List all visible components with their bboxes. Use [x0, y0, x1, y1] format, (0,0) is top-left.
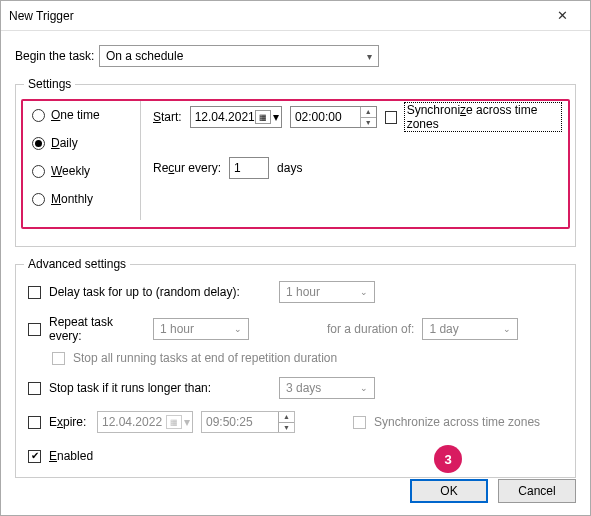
ok-button[interactable]: OK [410, 479, 488, 503]
enabled-checkbox[interactable]: ✔ [28, 450, 41, 463]
chevron-up-icon: ▲ [361, 107, 376, 118]
expire-sync-label: Synchronize across time zones [374, 415, 540, 429]
radio-one-time[interactable]: One time [32, 108, 134, 122]
new-trigger-dialog: New Trigger ✕ Begin the task: On a sched… [0, 0, 591, 516]
expire-date-value: 12.04.2022 [102, 415, 162, 429]
delay-value: 1 hour [286, 285, 320, 299]
stop-longer-select[interactable]: 3 days ⌄ [279, 377, 375, 399]
schedule-type-radios: One time Daily Weekly Monthly [26, 101, 134, 220]
sync-timezones-label: Synchronize across time zones [405, 103, 561, 131]
expire-date-input: 12.04.2022 ▦ ▾ [97, 411, 193, 433]
repeat-value: 1 hour [160, 322, 194, 336]
chevron-down-icon: ⌄ [360, 383, 368, 393]
window-title: New Trigger [9, 9, 74, 23]
start-date-input[interactable]: 12.04.2021 ▦ ▾ [190, 106, 282, 128]
chevron-down-icon: ▾ [182, 415, 192, 429]
expire-label: Expire: [49, 415, 89, 429]
expire-sync-checkbox [353, 416, 366, 429]
settings-legend: Settings [24, 77, 75, 91]
expire-checkbox[interactable] [28, 416, 41, 429]
enabled-label: Enabled [49, 449, 93, 463]
chevron-down-icon: ▼ [279, 423, 294, 433]
expire-time-input: 09:50:25 ▲ ▼ [201, 411, 295, 433]
start-time-value: 02:00:00 [295, 110, 342, 124]
chevron-down-icon: ⌄ [360, 287, 368, 297]
begin-task-value: On a schedule [106, 49, 183, 63]
expire-time-value: 09:50:25 [206, 415, 253, 429]
recur-every-label: Recur every: [153, 161, 221, 175]
cancel-button[interactable]: Cancel [498, 479, 576, 503]
calendar-icon: ▦ [166, 415, 182, 429]
stop-longer-label: Stop task if it runs longer than: [49, 381, 271, 395]
chevron-down-icon: ⌄ [234, 324, 242, 334]
duration-value: 1 day [429, 322, 458, 336]
repeat-label: Repeat task every: [49, 315, 145, 343]
annotation-badge: 3 [434, 445, 462, 473]
start-label: Start: [153, 110, 182, 124]
begin-task-label: Begin the task: [15, 49, 99, 63]
divider [140, 101, 141, 220]
chevron-up-icon: ▲ [279, 412, 294, 423]
delay-label: Delay task for up to (random delay): [49, 285, 271, 299]
advanced-settings-group: Advanced settings Delay task for up to (… [15, 257, 576, 478]
chevron-down-icon: ⌄ [503, 324, 511, 334]
start-time-input[interactable]: 02:00:00 ▲ ▼ [290, 106, 377, 128]
chevron-down-icon: ▾ [367, 51, 372, 62]
titlebar: New Trigger ✕ [1, 1, 590, 31]
chevron-down-icon: ▼ [361, 118, 376, 128]
begin-task-select[interactable]: On a schedule ▾ [99, 45, 379, 67]
radio-weekly[interactable]: Weekly [32, 164, 134, 178]
radio-icon [32, 109, 45, 122]
chevron-down-icon: ▾ [271, 110, 281, 124]
radio-daily[interactable]: Daily [32, 136, 134, 150]
time-spinner[interactable]: ▲ ▼ [360, 107, 376, 127]
duration-label: for a duration of: [327, 322, 414, 336]
delay-checkbox[interactable] [28, 286, 41, 299]
close-button[interactable]: ✕ [542, 2, 582, 30]
radio-icon [32, 193, 45, 206]
settings-group: Settings One time Daily Weekly [15, 77, 576, 247]
start-date-value: 12.04.2021 [195, 110, 255, 124]
close-icon: ✕ [557, 8, 568, 23]
radio-icon [32, 165, 45, 178]
stop-longer-value: 3 days [286, 381, 321, 395]
advanced-legend: Advanced settings [24, 257, 130, 271]
calendar-icon: ▦ [255, 110, 271, 124]
radio-icon [32, 137, 45, 150]
repeat-checkbox[interactable] [28, 323, 41, 336]
delay-value-select[interactable]: 1 hour ⌄ [279, 281, 375, 303]
stop-longer-checkbox[interactable] [28, 382, 41, 395]
recur-value-input[interactable]: 1 [229, 157, 269, 179]
repeat-value-select[interactable]: 1 hour ⌄ [153, 318, 249, 340]
stop-repetition-label: Stop all running tasks at end of repetit… [73, 351, 337, 365]
recur-value: 1 [234, 161, 241, 175]
stop-repetition-checkbox [52, 352, 65, 365]
sync-timezones-checkbox[interactable] [385, 111, 397, 124]
recur-unit: days [277, 161, 302, 175]
radio-monthly[interactable]: Monthly [32, 192, 134, 206]
time-spinner: ▲ ▼ [278, 412, 294, 432]
duration-value-select[interactable]: 1 day ⌄ [422, 318, 518, 340]
